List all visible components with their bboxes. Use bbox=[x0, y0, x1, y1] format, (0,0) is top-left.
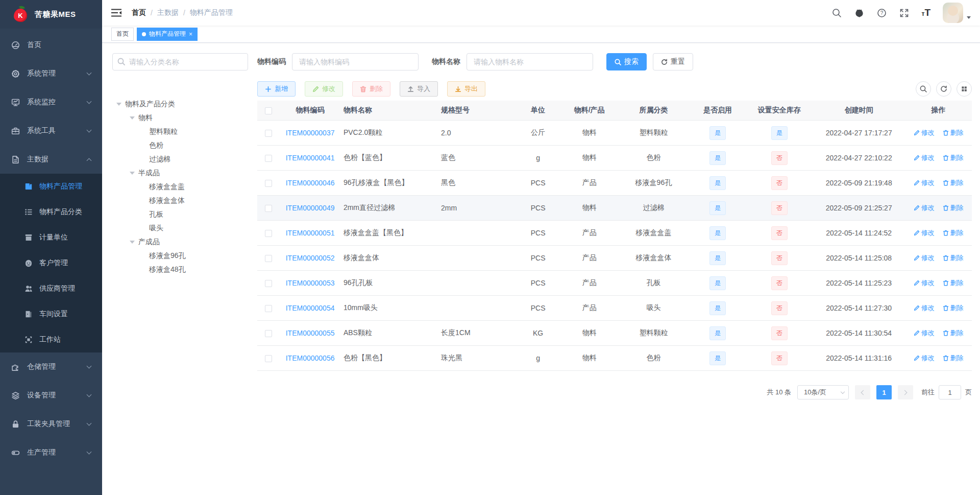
sidebar-item-system-tools[interactable]: 系统工具 bbox=[0, 116, 102, 145]
material-code-link[interactable]: ITEM00000049 bbox=[286, 204, 335, 212]
row-checkbox[interactable] bbox=[265, 330, 272, 337]
sidebar-item-system-monitor[interactable]: 系统监控 bbox=[0, 88, 102, 116]
tag-close-icon[interactable]: × bbox=[189, 31, 192, 37]
tree-node-leaf[interactable]: 孔板 bbox=[112, 207, 248, 221]
row-edit-link[interactable]: 修改 bbox=[914, 228, 935, 238]
tree-expand-icon[interactable] bbox=[130, 172, 135, 175]
columns-button[interactable] bbox=[957, 81, 972, 97]
material-code-link[interactable]: ITEM00000052 bbox=[286, 254, 335, 262]
goto-page-input[interactable] bbox=[939, 385, 961, 399]
sidebar-item-supplier-mgmt[interactable]: 供应商管理 bbox=[0, 276, 102, 301]
prev-page-button[interactable] bbox=[855, 385, 870, 399]
row-delete-link[interactable]: 删除 bbox=[943, 353, 964, 363]
tree-node-root[interactable]: 物料及产品分类 bbox=[112, 97, 248, 111]
tree-node-leaf[interactable]: 移液盒盒体 bbox=[112, 194, 248, 207]
refresh-button[interactable] bbox=[936, 81, 951, 97]
material-code-link[interactable]: ITEM00000041 bbox=[286, 154, 335, 162]
row-checkbox[interactable] bbox=[265, 130, 272, 137]
sidebar-item-material-product-mgmt[interactable]: 物料产品管理 bbox=[0, 174, 102, 199]
material-code-link[interactable]: ITEM00000046 bbox=[286, 179, 335, 187]
material-name-input[interactable] bbox=[467, 53, 593, 70]
row-delete-link[interactable]: 删除 bbox=[943, 278, 964, 288]
tree-node-group[interactable]: 物料 bbox=[112, 111, 248, 125]
tag-home[interactable]: 首页 bbox=[111, 28, 134, 41]
row-delete-link[interactable]: 删除 bbox=[943, 253, 964, 263]
sidebar-item-equipment-mgmt[interactable]: 设备管理 bbox=[0, 381, 102, 410]
tree-node-leaf[interactable]: 移液盒96孔 bbox=[112, 249, 248, 263]
sidebar-item-production-mgmt[interactable]: 生产管理 bbox=[0, 438, 102, 467]
material-code-link[interactable]: ITEM00000055 bbox=[286, 329, 335, 337]
row-checkbox[interactable] bbox=[265, 230, 272, 237]
row-delete-link[interactable]: 删除 bbox=[943, 203, 964, 213]
breadcrumb-home[interactable]: 首页 bbox=[132, 8, 146, 17]
row-edit-link[interactable]: 修改 bbox=[914, 128, 935, 137]
github-icon[interactable] bbox=[854, 8, 865, 18]
page-number-current[interactable]: 1 bbox=[876, 385, 892, 399]
app-logo[interactable]: K 苦糖果MES bbox=[0, 0, 102, 29]
row-delete-link[interactable]: 删除 bbox=[943, 178, 964, 187]
row-delete-link[interactable]: 删除 bbox=[943, 328, 964, 338]
row-checkbox[interactable] bbox=[265, 355, 272, 362]
material-code-input[interactable] bbox=[292, 53, 419, 70]
sidebar-item-master-data[interactable]: 主数据 bbox=[0, 145, 102, 174]
row-checkbox[interactable] bbox=[265, 180, 272, 187]
sidebar-item-warehouse-mgmt[interactable]: 仓储管理 bbox=[0, 352, 102, 381]
reset-button[interactable]: 重置 bbox=[653, 53, 693, 70]
sidebar-item-customer-mgmt[interactable]: 客户管理 bbox=[0, 250, 102, 276]
sidebar-item-material-product-category[interactable]: 物料产品分类 bbox=[0, 199, 102, 225]
row-edit-link[interactable]: 修改 bbox=[914, 203, 935, 213]
tree-expand-icon[interactable] bbox=[130, 241, 135, 244]
row-delete-link[interactable]: 删除 bbox=[943, 153, 964, 162]
delete-button[interactable]: 删除 bbox=[352, 81, 390, 97]
sidebar-item-measure-unit[interactable]: 计量单位 bbox=[0, 225, 102, 250]
page-size-select[interactable]: 10条/页 bbox=[797, 385, 849, 399]
row-edit-link[interactable]: 修改 bbox=[914, 353, 935, 363]
material-code-link[interactable]: ITEM00000051 bbox=[286, 229, 335, 237]
export-button[interactable]: 导出 bbox=[447, 81, 485, 97]
sidebar-item-workstation[interactable]: 工作站 bbox=[0, 327, 102, 352]
row-delete-link[interactable]: 删除 bbox=[943, 228, 964, 238]
category-search-input[interactable] bbox=[112, 53, 248, 70]
tree-node-leaf[interactable]: 色粉 bbox=[112, 138, 248, 152]
row-edit-link[interactable]: 修改 bbox=[914, 153, 935, 162]
tree-node-leaf[interactable]: 过滤棉 bbox=[112, 152, 248, 166]
tree-node-leaf[interactable]: 移液盒48孔 bbox=[112, 263, 248, 276]
material-code-link[interactable]: ITEM00000037 bbox=[286, 129, 335, 137]
tree-node-group[interactable]: 半成品 bbox=[112, 166, 248, 180]
row-checkbox[interactable] bbox=[265, 280, 272, 287]
tree-node-leaf[interactable]: 塑料颗粒 bbox=[112, 125, 248, 138]
search-button[interactable]: 搜索 bbox=[606, 53, 647, 70]
import-button[interactable]: 导入 bbox=[400, 81, 438, 97]
sidebar-toggle-icon[interactable] bbox=[111, 9, 121, 17]
row-checkbox[interactable] bbox=[265, 255, 272, 262]
sidebar-item-tooling-mgmt[interactable]: 工装夹具管理 bbox=[0, 410, 102, 438]
add-button[interactable]: 新增 bbox=[257, 81, 296, 97]
row-edit-link[interactable]: 修改 bbox=[914, 253, 935, 263]
sidebar-item-workshop-settings[interactable]: 车间设置 bbox=[0, 301, 102, 327]
user-menu[interactable] bbox=[943, 3, 971, 23]
tree-expand-icon[interactable] bbox=[130, 116, 135, 120]
select-all-checkbox[interactable] bbox=[265, 107, 272, 114]
tree-node-leaf[interactable]: 吸头 bbox=[112, 221, 248, 235]
row-delete-link[interactable]: 删除 bbox=[943, 303, 964, 313]
row-checkbox[interactable] bbox=[265, 205, 272, 212]
row-edit-link[interactable]: 修改 bbox=[914, 328, 935, 338]
material-code-link[interactable]: ITEM00000053 bbox=[286, 279, 335, 287]
next-page-button[interactable] bbox=[898, 385, 913, 399]
avatar[interactable] bbox=[943, 3, 963, 23]
help-icon[interactable]: ? bbox=[877, 8, 887, 18]
row-checkbox[interactable] bbox=[265, 305, 272, 312]
row-edit-link[interactable]: 修改 bbox=[914, 303, 935, 313]
sidebar-item-home[interactable]: 首页 bbox=[0, 31, 102, 59]
row-edit-link[interactable]: 修改 bbox=[914, 278, 935, 288]
sidebar-item-system-mgmt[interactable]: 系统管理 bbox=[0, 59, 102, 88]
row-edit-link[interactable]: 修改 bbox=[914, 178, 935, 187]
font-size-icon[interactable]: тT bbox=[922, 7, 931, 18]
material-code-link[interactable]: ITEM00000056 bbox=[286, 354, 335, 362]
edit-button[interactable]: 修改 bbox=[305, 81, 343, 97]
tag-material-product-mgmt[interactable]: 物料产品管理 × bbox=[137, 28, 198, 41]
tree-node-group[interactable]: 产成品 bbox=[112, 235, 248, 249]
search-icon[interactable] bbox=[832, 8, 842, 18]
row-delete-link[interactable]: 删除 bbox=[943, 128, 964, 137]
tree-node-leaf[interactable]: 移液盒盒盖 bbox=[112, 180, 248, 194]
